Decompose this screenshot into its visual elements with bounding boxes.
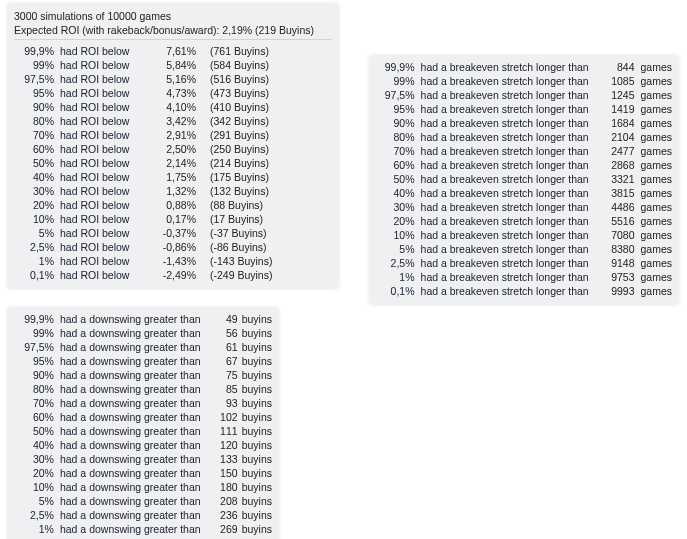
roi-pct: 97,5%: [14, 72, 60, 86]
roi-row: 50%had ROI below2,14%(214 Buyins): [14, 156, 332, 170]
downswing-pct: 99%: [14, 326, 60, 340]
breakeven-unit: games: [634, 74, 672, 88]
roi-value: 7,61%: [146, 44, 196, 58]
roi-value: 2,91%: [146, 128, 196, 142]
breakeven-value: 1245: [596, 88, 635, 102]
downswing-mid-label: had a downswing greater than: [60, 326, 208, 340]
roi-row: 80%had ROI below3,42%(342 Buyins): [14, 114, 332, 128]
roi-buyins: (88 Buyins): [196, 198, 320, 212]
roi-pct: 1%: [14, 254, 60, 268]
roi-buyins: (584 Buyins): [196, 58, 320, 72]
downswing-unit: buyins: [238, 354, 272, 368]
breakeven-unit: games: [634, 172, 672, 186]
downswing-mid-label: had a downswing greater than: [60, 396, 208, 410]
roi-pct: 10%: [14, 212, 60, 226]
breakeven-pct: 99%: [376, 74, 421, 88]
downswing-pct: 95%: [14, 354, 60, 368]
downswing-unit: buyins: [238, 410, 272, 424]
breakeven-value: 1419: [596, 102, 635, 116]
downswing-pct: 70%: [14, 396, 60, 410]
roi-mid-label: had ROI below: [60, 198, 146, 212]
downswing-mid-label: had a downswing greater than: [60, 452, 208, 466]
breakeven-unit: games: [634, 116, 672, 130]
roi-buyins: (291 Buyins): [196, 128, 320, 142]
downswing-row: 80%had a downswing greater than85buyins: [14, 382, 272, 396]
roi-mid-label: had ROI below: [60, 226, 146, 240]
breakeven-unit: games: [634, 60, 672, 74]
downswing-panel: 99,9%had a downswing greater than49buyin…: [8, 308, 278, 539]
roi-buyins: (-143 Buyins): [196, 254, 320, 268]
roi-pct: 40%: [14, 170, 60, 184]
downswing-row: 60%had a downswing greater than102buyins: [14, 410, 272, 424]
roi-pct: 2,5%: [14, 240, 60, 254]
downswing-mid-label: had a downswing greater than: [60, 438, 208, 452]
downswing-unit: buyins: [238, 312, 272, 326]
roi-pct: 50%: [14, 156, 60, 170]
downswing-pct: 1%: [14, 522, 60, 536]
roi-pct: 99,9%: [14, 44, 60, 58]
downswing-pct: 80%: [14, 382, 60, 396]
breakeven-row: 0,1%had a breakeven stretch longer than9…: [376, 284, 672, 298]
downswing-pct: 50%: [14, 424, 60, 438]
downswing-row: 5%had a downswing greater than208buyins: [14, 494, 272, 508]
breakeven-pct: 5%: [376, 242, 421, 256]
breakeven-value: 4486: [596, 200, 635, 214]
breakeven-row: 99,9%had a breakeven stretch longer than…: [376, 60, 672, 74]
downswing-mid-label: had a downswing greater than: [60, 424, 208, 438]
downswing-unit: buyins: [238, 396, 272, 410]
roi-row: 99%had ROI below5,84%(584 Buyins): [14, 58, 332, 72]
downswing-value: 208: [208, 494, 238, 508]
breakeven-unit: games: [634, 242, 672, 256]
breakeven-value: 844: [596, 60, 635, 74]
downswing-unit: buyins: [238, 368, 272, 382]
breakeven-mid-label: had a breakeven stretch longer than: [421, 256, 596, 270]
breakeven-pct: 97,5%: [376, 88, 421, 102]
breakeven-pct: 95%: [376, 102, 421, 116]
roi-buyins: (132 Buyins): [196, 184, 320, 198]
roi-mid-label: had ROI below: [60, 212, 146, 226]
downswing-row: 99%had a downswing greater than56buyins: [14, 326, 272, 340]
breakeven-unit: games: [634, 88, 672, 102]
roi-pct: 70%: [14, 128, 60, 142]
downswing-value: 269: [208, 522, 238, 536]
downswing-pct: 2,5%: [14, 508, 60, 522]
breakeven-unit: games: [634, 284, 672, 298]
downswing-unit: buyins: [238, 424, 272, 438]
roi-pct: 5%: [14, 226, 60, 240]
breakeven-unit: games: [634, 158, 672, 172]
roi-value: 5,84%: [146, 58, 196, 72]
roi-value: 2,14%: [146, 156, 196, 170]
roi-mid-label: had ROI below: [60, 184, 146, 198]
roi-value: 4,10%: [146, 100, 196, 114]
downswing-row: 95%had a downswing greater than67buyins: [14, 354, 272, 368]
roi-buyins: (214 Buyins): [196, 156, 320, 170]
downswing-unit: buyins: [238, 452, 272, 466]
breakeven-unit: games: [634, 214, 672, 228]
roi-mid-label: had ROI below: [60, 86, 146, 100]
downswing-mid-label: had a downswing greater than: [60, 508, 208, 522]
roi-row: 40%had ROI below1,75%(175 Buyins): [14, 170, 332, 184]
roi-value: 1,75%: [146, 170, 196, 184]
breakeven-value: 7080: [596, 228, 635, 242]
roi-row: 2,5%had ROI below-0,86%(-86 Buyins): [14, 240, 332, 254]
roi-row: 1%had ROI below-1,43%(-143 Buyins): [14, 254, 332, 268]
breakeven-value: 8380: [596, 242, 635, 256]
breakeven-row: 80%had a breakeven stretch longer than21…: [376, 130, 672, 144]
roi-buyins: (-86 Buyins): [196, 240, 320, 254]
breakeven-mid-label: had a breakeven stretch longer than: [421, 88, 596, 102]
downswing-row: 90%had a downswing greater than75buyins: [14, 368, 272, 382]
breakeven-mid-label: had a breakeven stretch longer than: [421, 270, 596, 284]
roi-header-line1: 3000 simulations of 10000 games: [14, 9, 332, 23]
roi-mid-label: had ROI below: [60, 114, 146, 128]
breakeven-row: 70%had a breakeven stretch longer than24…: [376, 144, 672, 158]
roi-buyins: (473 Buyins): [196, 86, 320, 100]
roi-buyins: (-249 Buyins): [196, 268, 320, 282]
roi-row: 0,1%had ROI below-2,49%(-249 Buyins): [14, 268, 332, 282]
roi-mid-label: had ROI below: [60, 100, 146, 114]
downswing-value: 236: [208, 508, 238, 522]
downswing-pct: 40%: [14, 438, 60, 452]
breakeven-pct: 1%: [376, 270, 421, 284]
roi-value: 4,73%: [146, 86, 196, 100]
breakeven-row: 2,5%had a breakeven stretch longer than9…: [376, 256, 672, 270]
downswing-pct: 30%: [14, 452, 60, 466]
